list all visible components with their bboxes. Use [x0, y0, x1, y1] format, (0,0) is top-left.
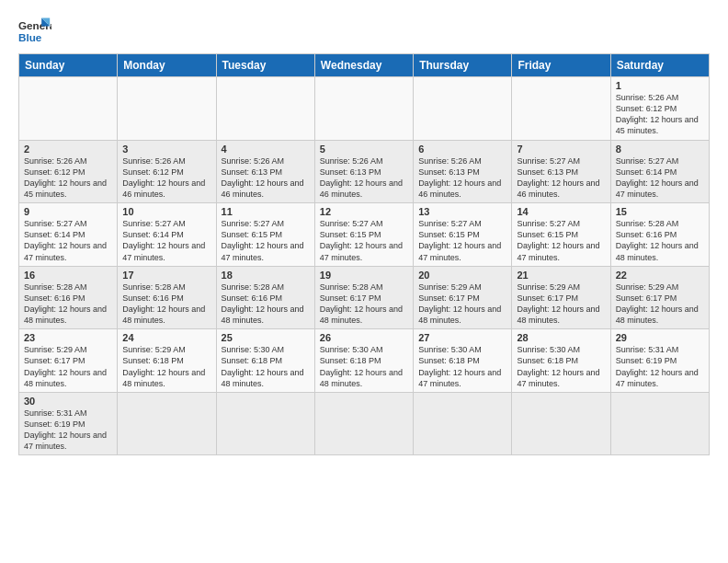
svg-text:Blue: Blue [18, 31, 42, 43]
calendar-day-cell: 9Sunrise: 5:27 AM Sunset: 6:14 PM Daylig… [19, 203, 118, 267]
calendar-week-row: 9Sunrise: 5:27 AM Sunset: 6:14 PM Daylig… [19, 203, 710, 267]
calendar-day-cell: 11Sunrise: 5:27 AM Sunset: 6:15 PM Dayli… [216, 203, 314, 267]
calendar-day-cell [216, 77, 314, 141]
day-sun-info: Sunrise: 5:27 AM Sunset: 6:14 PM Dayligh… [616, 155, 704, 201]
day-number: 6 [418, 144, 506, 155]
day-number: 1 [616, 80, 704, 91]
day-of-week-header: Monday [118, 54, 216, 77]
calendar-day-cell [314, 392, 413, 455]
day-sun-info: Sunrise: 5:27 AM Sunset: 6:15 PM Dayligh… [222, 218, 310, 263]
day-of-week-header: Saturday [610, 54, 709, 77]
day-number: 20 [418, 270, 506, 281]
calendar-day-cell: 22Sunrise: 5:29 AM Sunset: 6:17 PM Dayli… [610, 266, 709, 329]
day-number: 18 [222, 270, 310, 281]
calendar-day-cell: 3Sunrise: 5:26 AM Sunset: 6:12 PM Daylig… [118, 140, 216, 203]
calendar-page: General Blue SundayMondayTuesdayWednesda… [0, 0, 728, 563]
calendar-week-row: 1Sunrise: 5:26 AM Sunset: 6:12 PM Daylig… [19, 77, 710, 141]
day-number: 24 [122, 332, 210, 343]
day-number: 3 [122, 144, 210, 155]
calendar-day-cell: 29Sunrise: 5:31 AM Sunset: 6:19 PM Dayli… [610, 329, 709, 393]
calendar-day-cell: 20Sunrise: 5:29 AM Sunset: 6:17 PM Dayli… [414, 266, 512, 329]
calendar-day-cell: 10Sunrise: 5:27 AM Sunset: 6:14 PM Dayli… [118, 203, 216, 267]
calendar-day-cell: 16Sunrise: 5:28 AM Sunset: 6:16 PM Dayli… [19, 266, 118, 329]
day-sun-info: Sunrise: 5:26 AM Sunset: 6:12 PM Dayligh… [616, 92, 704, 137]
day-sun-info: Sunrise: 5:29 AM Sunset: 6:18 PM Dayligh… [122, 344, 210, 389]
day-number: 7 [517, 144, 605, 155]
day-sun-info: Sunrise: 5:27 AM Sunset: 6:15 PM Dayligh… [418, 218, 506, 263]
calendar-week-row: 2Sunrise: 5:26 AM Sunset: 6:12 PM Daylig… [19, 140, 710, 203]
header-area: General Blue [18, 15, 710, 48]
day-number: 27 [418, 332, 506, 343]
day-number: 21 [517, 270, 605, 281]
day-number: 25 [222, 332, 310, 343]
day-number: 11 [222, 206, 310, 217]
day-number: 22 [616, 270, 704, 281]
day-sun-info: Sunrise: 5:30 AM Sunset: 6:18 PM Dayligh… [320, 344, 408, 389]
calendar-day-cell [314, 77, 413, 141]
day-number: 17 [122, 270, 210, 281]
calendar-day-cell: 26Sunrise: 5:30 AM Sunset: 6:18 PM Dayli… [314, 329, 413, 393]
day-number: 9 [24, 206, 112, 217]
day-sun-info: Sunrise: 5:29 AM Sunset: 6:17 PM Dayligh… [24, 344, 112, 389]
day-sun-info: Sunrise: 5:31 AM Sunset: 6:19 PM Dayligh… [616, 344, 704, 389]
day-number: 29 [616, 332, 704, 343]
day-sun-info: Sunrise: 5:28 AM Sunset: 6:16 PM Dayligh… [616, 218, 704, 263]
calendar-day-cell: 14Sunrise: 5:27 AM Sunset: 6:15 PM Dayli… [512, 203, 610, 267]
calendar-day-cell [512, 77, 610, 141]
calendar-week-row: 16Sunrise: 5:28 AM Sunset: 6:16 PM Dayli… [19, 266, 710, 329]
day-number: 26 [320, 332, 408, 343]
day-sun-info: Sunrise: 5:26 AM Sunset: 6:13 PM Dayligh… [222, 155, 310, 201]
day-sun-info: Sunrise: 5:30 AM Sunset: 6:18 PM Dayligh… [222, 344, 310, 389]
calendar-day-cell [610, 392, 709, 455]
calendar-day-cell: 23Sunrise: 5:29 AM Sunset: 6:17 PM Dayli… [19, 329, 118, 393]
calendar-day-cell: 28Sunrise: 5:30 AM Sunset: 6:18 PM Dayli… [512, 329, 610, 393]
day-number: 30 [24, 396, 112, 407]
day-sun-info: Sunrise: 5:31 AM Sunset: 6:19 PM Dayligh… [24, 408, 112, 453]
day-sun-info: Sunrise: 5:27 AM Sunset: 6:14 PM Dayligh… [24, 218, 112, 263]
day-number: 14 [517, 206, 605, 217]
calendar-day-cell: 18Sunrise: 5:28 AM Sunset: 6:16 PM Dayli… [216, 266, 314, 329]
calendar-day-cell [414, 77, 512, 141]
day-number: 8 [616, 144, 704, 155]
calendar-day-cell: 8Sunrise: 5:27 AM Sunset: 6:14 PM Daylig… [610, 140, 709, 203]
calendar-day-cell: 25Sunrise: 5:30 AM Sunset: 6:18 PM Dayli… [216, 329, 314, 393]
day-sun-info: Sunrise: 5:29 AM Sunset: 6:17 PM Dayligh… [517, 282, 605, 327]
calendar-day-cell [216, 392, 314, 455]
day-number: 5 [320, 144, 408, 155]
logo: General Blue [18, 15, 51, 48]
day-sun-info: Sunrise: 5:26 AM Sunset: 6:13 PM Dayligh… [418, 155, 506, 201]
day-sun-info: Sunrise: 5:28 AM Sunset: 6:16 PM Dayligh… [222, 282, 310, 327]
calendar-day-cell: 30Sunrise: 5:31 AM Sunset: 6:19 PM Dayli… [19, 392, 118, 455]
calendar-day-cell: 27Sunrise: 5:30 AM Sunset: 6:18 PM Dayli… [414, 329, 512, 393]
calendar-day-cell [512, 392, 610, 455]
calendar-day-cell: 13Sunrise: 5:27 AM Sunset: 6:15 PM Dayli… [414, 203, 512, 267]
day-of-week-header: Thursday [414, 54, 512, 77]
day-number: 4 [222, 144, 310, 155]
calendar-day-cell: 15Sunrise: 5:28 AM Sunset: 6:16 PM Dayli… [610, 203, 709, 267]
calendar-day-cell [118, 77, 216, 141]
day-sun-info: Sunrise: 5:26 AM Sunset: 6:13 PM Dayligh… [320, 155, 408, 201]
calendar-header-row: SundayMondayTuesdayWednesdayThursdayFrid… [19, 54, 710, 77]
day-of-week-header: Sunday [19, 54, 118, 77]
calendar-day-cell: 21Sunrise: 5:29 AM Sunset: 6:17 PM Dayli… [512, 266, 610, 329]
calendar-week-row: 23Sunrise: 5:29 AM Sunset: 6:17 PM Dayli… [19, 329, 710, 393]
day-number: 10 [122, 206, 210, 217]
generalblue-logo-icon: General Blue [18, 15, 51, 48]
calendar-day-cell: 2Sunrise: 5:26 AM Sunset: 6:12 PM Daylig… [19, 140, 118, 203]
day-number: 19 [320, 270, 408, 281]
calendar-day-cell: 19Sunrise: 5:28 AM Sunset: 6:17 PM Dayli… [314, 266, 413, 329]
calendar-week-row: 30Sunrise: 5:31 AM Sunset: 6:19 PM Dayli… [19, 392, 710, 455]
day-of-week-header: Tuesday [216, 54, 314, 77]
calendar-day-cell: 17Sunrise: 5:28 AM Sunset: 6:16 PM Dayli… [118, 266, 216, 329]
day-number: 13 [418, 206, 506, 217]
day-number: 12 [320, 206, 408, 217]
day-number: 28 [517, 332, 605, 343]
calendar-day-cell: 5Sunrise: 5:26 AM Sunset: 6:13 PM Daylig… [314, 140, 413, 203]
day-number: 15 [616, 206, 704, 217]
day-sun-info: Sunrise: 5:29 AM Sunset: 6:17 PM Dayligh… [616, 282, 704, 327]
day-sun-info: Sunrise: 5:27 AM Sunset: 6:15 PM Dayligh… [517, 218, 605, 263]
day-sun-info: Sunrise: 5:26 AM Sunset: 6:12 PM Dayligh… [24, 155, 112, 201]
calendar-table: SundayMondayTuesdayWednesdayThursdayFrid… [18, 53, 710, 455]
day-of-week-header: Friday [512, 54, 610, 77]
day-sun-info: Sunrise: 5:30 AM Sunset: 6:18 PM Dayligh… [418, 344, 506, 389]
